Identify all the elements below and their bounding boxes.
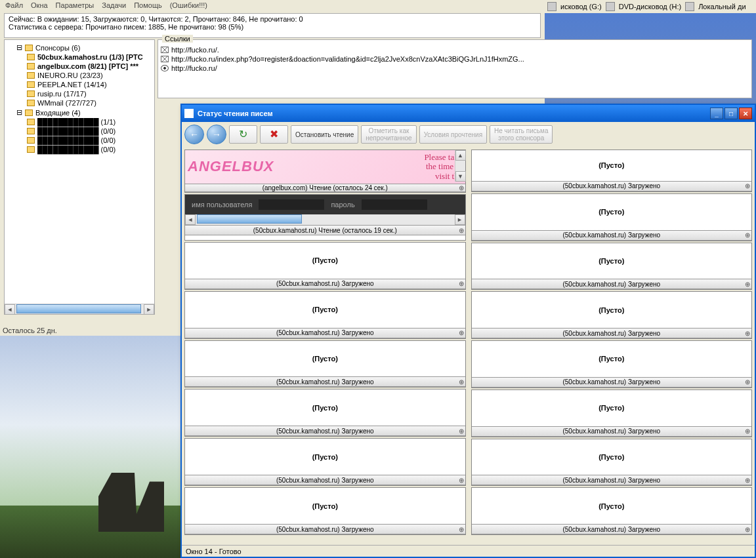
- stop-icon: ✖: [264, 129, 284, 140]
- user-input[interactable]: [259, 199, 324, 210]
- drive-bar: исковод (G:) DVD-дисковод (H:) Локальный…: [545, 0, 756, 13]
- stop-button[interactable]: ✖: [260, 125, 288, 144]
- content-pane: (Пусто) (50cbux.kamahost.ru) Загружено⊕: [184, 487, 466, 535]
- titlebar[interactable]: Статус чтения писем _ □ ✕: [182, 105, 755, 122]
- tree-item[interactable]: INEURO.RU (23/23): [7, 71, 152, 80]
- window-title: Статус чтения писем: [198, 110, 710, 117]
- links-panel: Ссылки http://fucko.ru/. http://fucko.ru…: [158, 39, 752, 98]
- pane-hscroll[interactable]: ◄►: [185, 214, 465, 225]
- tree-item[interactable]: ████████████ (1/1): [7, 117, 152, 127]
- content-pane: (Пусто) (50cbux.kamahost.ru) Загружено⊕: [184, 291, 466, 339]
- status-line1: Сейчас: В ожидании: 15, Загружаются: 0, …: [9, 15, 536, 23]
- tree-item[interactable]: ████████████ (0/0): [7, 127, 152, 136]
- hdd-icon: [685, 2, 694, 11]
- drive-local[interactable]: Локальный ди: [698, 3, 746, 10]
- eye-icon: [161, 65, 169, 71]
- tree-item[interactable]: 50cbux.kamahost.ru (1/3) [PTC: [7, 52, 152, 62]
- refresh-button[interactable]: ↻: [229, 125, 257, 144]
- content-pane: (Пусто) (50cbux.kamahost.ru) Загружено⊕: [184, 438, 466, 486]
- folder-icon: [25, 45, 33, 51]
- empty-label: (Пусто): [185, 488, 465, 524]
- pass-input[interactable]: [362, 199, 427, 210]
- user-label: имя пользователя: [192, 201, 252, 209]
- content-pane: (Пусто) (50cbux.kamahost.ru) Загружено⊕: [471, 340, 753, 388]
- link-row[interactable]: http://fucko.ru/: [161, 64, 749, 73]
- tree-root-inbox[interactable]: ⊟Входящие (4): [7, 108, 152, 117]
- forward-button[interactable]: →: [207, 125, 226, 144]
- statusbar: Окно 14 - Готово: [182, 545, 755, 557]
- angelbux-logo: ANGELBUX: [188, 158, 274, 175]
- window-icon: [184, 109, 194, 118]
- content-pane: (Пусто) (50cbux.kamahost.ru) Загружено⊕: [471, 243, 753, 290]
- content-pane: (Пусто) (50cbux.kamahost.ru) Загружено⊕: [471, 149, 753, 192]
- ad-pane: ANGELBUX Please take the time to visit t…: [184, 149, 466, 193]
- menu-bar: Файл Окна Параметры Задачи Помощь (Ошибк…: [0, 0, 545, 12]
- links-title: Ссылки: [162, 35, 193, 43]
- back-button[interactable]: ←: [184, 125, 204, 144]
- content-pane: (Пусто) (50cbux.kamahost.ru) Загружено⊕: [184, 242, 466, 290]
- empty-label: (Пусто): [185, 439, 465, 475]
- dvd-icon: [606, 2, 615, 11]
- vscroll[interactable]: ▲▼: [455, 150, 465, 182]
- empty-label: (Пусто): [185, 243, 465, 279]
- minimize-button[interactable]: _: [710, 108, 723, 119]
- content-pane: (Пусто) (50cbux.kamahost.ru) Загружено⊕: [184, 389, 466, 437]
- pass-label: пароль: [331, 201, 354, 209]
- wallpaper: [0, 336, 180, 558]
- terms-button[interactable]: Условия прочтения: [419, 125, 487, 144]
- menu-file[interactable]: Файл: [5, 1, 23, 10]
- refresh-icon: ↻: [234, 129, 253, 140]
- link-row[interactable]: http://fucko.ru/index.php?do=register&do…: [161, 54, 749, 64]
- content-pane: (Пусто) (50cbux.kamahost.ru) Загружено⊕: [471, 193, 753, 241]
- content-pane: (Пусто) (50cbux.kamahost.ru) Загружено⊕: [471, 291, 753, 339]
- menu-params[interactable]: Параметры: [56, 1, 94, 10]
- empty-label: (Пусто): [185, 292, 465, 328]
- tree-item[interactable]: ████████████ (0/0): [7, 145, 152, 154]
- content-pane: (Пусто) (50cbux.kamahost.ru) Загружено⊕: [184, 340, 466, 388]
- status-box: Сейчас: В ожидании: 15, Загружаются: 0, …: [4, 13, 541, 38]
- status-window: Статус чтения писем _ □ ✕ ← → ↻ ✖ Остано…: [180, 104, 756, 558]
- menu-tasks[interactable]: Задачи: [102, 1, 126, 10]
- mark-unread-button[interactable]: Отметить как непрочитанное: [361, 125, 416, 144]
- tree-root-sponsors[interactable]: ⊟Спонсоры (6): [7, 43, 152, 52]
- tree-item[interactable]: rusip.ru (17/17): [7, 89, 152, 98]
- empty-label: (Пусто): [185, 341, 465, 377]
- login-pane: имя пользователя пароль ◄► (50cbux.kamah…: [184, 194, 466, 241]
- menu-help[interactable]: Помощь: [134, 1, 162, 10]
- menu-errors[interactable]: (Ошибки!!!): [170, 1, 207, 10]
- footer-left: Осталось 25 дн.: [3, 327, 57, 334]
- drive-icon: [547, 2, 556, 11]
- content-pane: (Пусто) (50cbux.kamahost.ru) Загружено⊕: [471, 389, 753, 437]
- tree-item[interactable]: angelbux.com (8/21) [PTC] ***: [7, 62, 152, 71]
- tree-item[interactable]: PEEPLA.NET (14/14): [7, 80, 152, 89]
- tree-hscroll[interactable]: ◄►: [5, 304, 154, 314]
- mail-icon: [161, 47, 169, 53]
- empty-label: (Пусто): [185, 389, 465, 426]
- status-line2: Статистика с сервера: Прочитано писем: 1…: [9, 23, 536, 31]
- noread-button[interactable]: Не читать письма этого спонсора: [490, 125, 553, 144]
- stop-reading-button[interactable]: Остановить чтение: [291, 125, 358, 144]
- close-button[interactable]: ✕: [739, 108, 752, 119]
- tree-item[interactable]: WMmail (727/727): [7, 98, 152, 108]
- drive-g[interactable]: исковод (G:): [560, 3, 602, 10]
- drive-h[interactable]: DVD-дисковод (H:): [619, 3, 681, 10]
- content-pane: (Пусто) (50cbux.kamahost.ru) Загружено⊕: [471, 439, 753, 487]
- menu-windows[interactable]: Окна: [31, 1, 48, 10]
- link-row[interactable]: http://fucko.ru/.: [161, 45, 749, 54]
- maximize-button[interactable]: □: [724, 108, 738, 119]
- login-bar: имя пользователя пароль: [185, 195, 465, 214]
- content-pane: (Пусто) (50cbux.kamahost.ru) Загружено⊕: [471, 487, 753, 535]
- toolbar: ← → ↻ ✖ Остановить чтение Отметить как н…: [182, 122, 755, 147]
- tree-item[interactable]: ████████████ (0/0): [7, 136, 152, 145]
- mail-icon: [161, 56, 169, 62]
- tree-panel: ⊟Спонсоры (6) 50cbux.kamahost.ru (1/3) […: [4, 39, 155, 315]
